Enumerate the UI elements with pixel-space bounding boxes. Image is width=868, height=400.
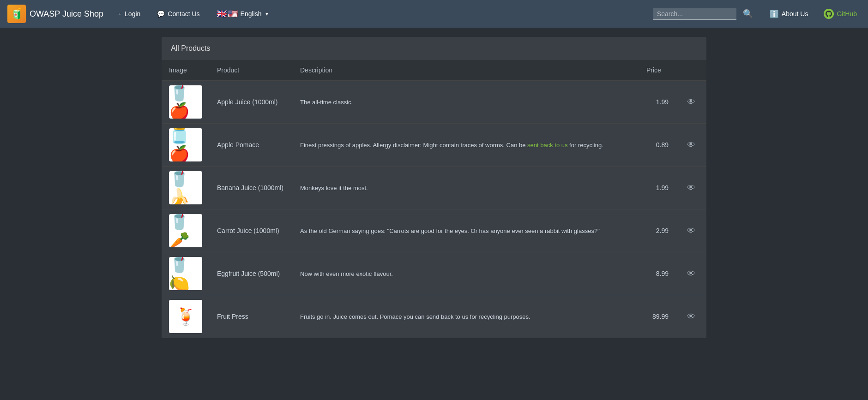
product-description-cell: Monkeys love it the most. [293,167,639,209]
product-image-cell: 🫙🍎 [162,124,210,167]
login-button[interactable]: → Login [111,7,145,20]
product-action-cell: 👁 [676,295,706,338]
product-description-cell: Now with even more exotic flavour. [293,252,639,295]
about-label: About Us [782,10,808,18]
language-selector[interactable]: 🇬🇧 🇺🇸 English ▾ [212,6,273,22]
col-price: Price [639,60,676,81]
table-row: 🥤🥕Carrot Juice (1000ml)As the old German… [162,209,706,252]
search-area: 🔍 [653,6,758,22]
product-price-cell: 8.99 [639,252,676,295]
products-tbody: 🥤🍎Apple Juice (1000ml)The all-time class… [162,81,706,338]
product-description-cell: The all-time classic. [293,81,639,124]
col-image: Image [162,60,210,81]
table-row: 🍹Fruit PressFruits go in. Juice comes ou… [162,295,706,338]
col-product: Product [210,60,293,81]
product-action-cell: 👁 [676,167,706,209]
col-description: Description [293,60,639,81]
product-image-cell: 🍹 [162,295,210,338]
product-price-cell: 89.99 [639,295,676,338]
contact-icon: 💬 [157,10,165,18]
view-product-button[interactable]: 👁 [683,181,699,195]
product-description-cell: As the old German saying goes: "Carrots … [293,209,639,252]
info-icon: ℹ️ [770,10,779,18]
product-price-cell: 2.99 [639,209,676,252]
product-image: 🍹 [169,300,202,333]
contact-label: Contact Us [168,10,199,18]
product-action-cell: 👁 [676,252,706,295]
products-header: All Products [162,37,706,60]
table-row: 🥤🍎Apple Juice (1000ml)The all-time class… [162,81,706,124]
product-action-cell: 👁 [676,209,706,252]
product-name-cell: Apple Pomace [210,124,293,167]
product-image: 🥤🍌 [169,171,202,204]
product-image: 🥤🥕 [169,214,202,247]
search-input[interactable] [653,8,736,20]
product-action-cell: 👁 [676,124,706,167]
product-image-cell: 🥤🍌 [162,167,210,209]
product-action-cell: 👁 [676,81,706,124]
product-price-cell: 1.99 [639,167,676,209]
product-name-cell: Eggfruit Juice (500ml) [210,252,293,295]
flag-icons: 🇬🇧 🇺🇸 [217,9,238,19]
flag-uk: 🇬🇧 [217,9,227,19]
product-name-cell: Apple Juice (1000ml) [210,81,293,124]
product-price-cell: 1.99 [639,81,676,124]
table-row: 🥤🍋Eggfruit Juice (500ml)Now with even mo… [162,252,706,295]
main-content: All Products Image Product Description P… [0,28,868,347]
search-button[interactable]: 🔍 [738,6,758,22]
products-container: All Products Image Product Description P… [162,37,706,338]
language-label: English [241,10,262,18]
contact-button[interactable]: 💬 Contact Us [152,7,204,20]
github-label: GitHub [837,10,857,18]
product-name-cell: Fruit Press [210,295,293,338]
view-product-button[interactable]: 👁 [683,310,699,323]
view-product-button[interactable]: 👁 [683,267,699,281]
products-table: Image Product Description Price 🥤🍎Apple … [162,60,706,338]
page-title: All Products [171,44,210,52]
view-product-button[interactable]: 👁 [683,138,699,152]
col-action [676,60,706,81]
product-image-cell: 🥤🍋 [162,252,210,295]
product-image: 🥤🍎 [169,85,202,119]
view-product-button[interactable]: 👁 [683,224,699,238]
product-image-cell: 🥤🍎 [162,81,210,124]
product-image: 🥤🍋 [169,257,202,290]
product-description-cell: Fruits go in. Juice comes out. Pomace yo… [293,295,639,338]
chevron-down-icon: ▾ [265,11,268,17]
product-name-cell: Carrot Juice (1000ml) [210,209,293,252]
table-row: 🫙🍎Apple PomaceFinest pressings of apples… [162,124,706,167]
github-link[interactable]: GitHub [820,6,861,22]
github-icon [824,9,834,19]
flag-us: 🇺🇸 [228,9,238,19]
product-name-cell: Banana Juice (1000ml) [210,167,293,209]
product-image-cell: 🥤🥕 [162,209,210,252]
table-row: 🥤🍌Banana Juice (1000ml)Monkeys love it t… [162,167,706,209]
login-icon: → [115,10,122,18]
brand-name: OWASP Juice Shop [30,9,103,19]
brand-link[interactable]: 🧃 OWASP Juice Shop [7,5,103,23]
table-head: Image Product Description Price [162,60,706,81]
about-button[interactable]: ℹ️ About Us [765,7,813,21]
view-product-button[interactable]: 👁 [683,96,699,109]
product-description-cell: Finest pressings of apples. Allergy disc… [293,124,639,167]
navbar: 🧃 OWASP Juice Shop → Login 💬 Contact Us … [0,0,868,28]
recycle-link[interactable]: sent back to us [527,142,567,149]
product-price-cell: 0.89 [639,124,676,167]
login-label: Login [125,10,140,18]
brand-icon: 🧃 [7,5,26,23]
product-image: 🫙🍎 [169,128,202,161]
